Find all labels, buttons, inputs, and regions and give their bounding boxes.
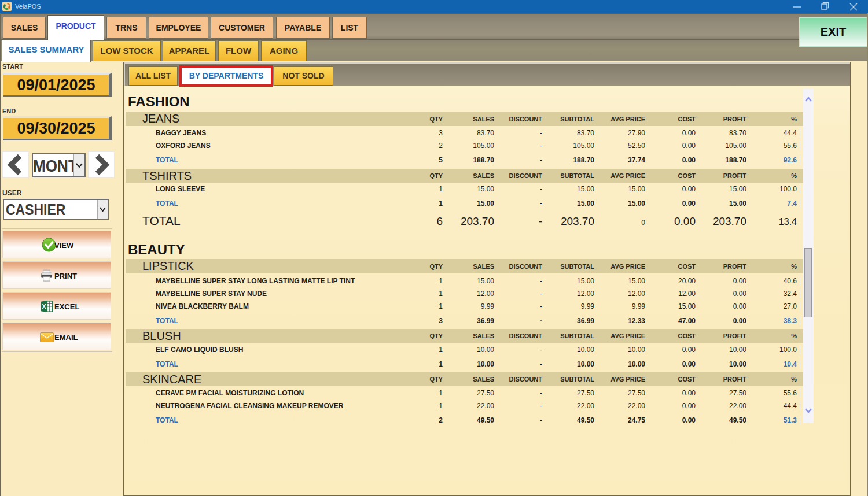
svg-text:X: X	[42, 303, 46, 310]
